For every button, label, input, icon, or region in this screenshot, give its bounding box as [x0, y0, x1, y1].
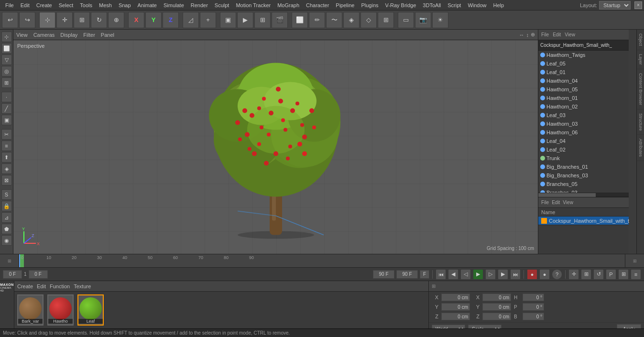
edge-tab-content[interactable]: Content Browser: [637, 69, 644, 109]
menu-animate[interactable]: Animate: [134, 1, 160, 9]
list-item[interactable]: Hawthorn_04: [538, 76, 629, 85]
prev-frame-button[interactable]: ◁: [460, 269, 471, 280]
material-hawthorn[interactable]: Hawtho: [47, 294, 74, 326]
cube-button[interactable]: ⬜: [292, 12, 308, 28]
play-button[interactable]: ▶: [473, 269, 483, 280]
auto-key-button[interactable]: ●: [539, 269, 550, 280]
list-item[interactable]: Big_Branches_03: [538, 171, 629, 180]
select-button[interactable]: ⊹: [39, 12, 55, 28]
snap-tool[interactable]: 🔒: [1, 201, 12, 211]
undo-button[interactable]: ↩: [2, 12, 18, 28]
motion-path-button[interactable]: ⊞: [581, 269, 591, 280]
poly-mode-btn[interactable]: ▣: [1, 115, 12, 125]
record-button[interactable]: ●: [527, 269, 537, 280]
menu-window[interactable]: Window: [464, 1, 490, 9]
viewport-menu-display[interactable]: Display: [60, 32, 77, 38]
coord-z-rot-field[interactable]: [482, 313, 511, 320]
list-item[interactable]: Hawthorn_02: [538, 102, 629, 111]
end-frame-field[interactable]: [373, 270, 394, 279]
close-button[interactable]: ×: [634, 1, 642, 9]
coord-p-field[interactable]: [523, 303, 544, 311]
brush-select-tool[interactable]: ◎: [1, 66, 12, 76]
y-axis-button[interactable]: Y: [145, 12, 162, 28]
add-object-button[interactable]: +: [200, 12, 216, 28]
x-axis-button[interactable]: X: [128, 12, 144, 28]
paint-tool[interactable]: ⬟: [1, 224, 12, 234]
box-select-tool[interactable]: ⬜: [1, 43, 12, 54]
magnet-tool[interactable]: ⊿: [1, 212, 12, 223]
redo-button[interactable]: ↪: [19, 12, 35, 28]
menu-plugins[interactable]: Plugins: [358, 1, 382, 9]
menu-motiontracker[interactable]: Motion Tracker: [232, 1, 274, 9]
phantom-button[interactable]: P: [606, 269, 616, 280]
menu-mesh[interactable]: Mesh: [96, 1, 115, 9]
menu-select[interactable]: Select: [55, 1, 77, 9]
menu-sculpt[interactable]: Sculpt: [211, 1, 233, 9]
coord-h-field[interactable]: [523, 294, 544, 301]
loop-select-tool[interactable]: ⊞: [1, 77, 12, 88]
extrude-tool[interactable]: ⬆: [1, 152, 12, 163]
frame-field-2[interactable]: [29, 270, 48, 279]
go-to-next-keyframe-button[interactable]: ▶: [498, 269, 508, 280]
material-bark[interactable]: Bark_var: [17, 294, 44, 326]
subdivide-tool[interactable]: ⊠: [1, 175, 12, 185]
snap-settings-button[interactable]: ◿: [183, 12, 199, 28]
bevel-tool[interactable]: ◈: [1, 163, 12, 174]
edge-mode-btn[interactable]: ╱: [1, 103, 12, 114]
coord-z-pos-field[interactable]: [441, 313, 470, 320]
list-item[interactable]: Big_Branches_01: [538, 163, 629, 171]
list-item[interactable]: Trunk: [538, 154, 629, 163]
list-item[interactable]: Hawthorn_Twigs: [538, 51, 629, 59]
go-to-start-button[interactable]: ⏮: [436, 269, 446, 280]
live-select-tool[interactable]: ⊹: [1, 32, 12, 42]
coord-y-rot-field[interactable]: [482, 303, 511, 311]
bridge-tool[interactable]: ≡: [1, 141, 12, 151]
viewport-menu-filter[interactable]: Filter: [83, 32, 95, 38]
list-item[interactable]: Leaf_03: [538, 111, 629, 120]
mat-function-btn[interactable]: Function: [50, 283, 70, 289]
deform-button[interactable]: ◇: [360, 12, 377, 28]
edge-tab-object[interactable]: Object: [637, 30, 644, 50]
snap-animate-button[interactable]: ✛: [568, 269, 579, 280]
viewport-fit-icon[interactable]: ↔: [519, 32, 524, 38]
obj-view-btn[interactable]: View: [565, 32, 575, 37]
menu-snap[interactable]: Snap: [115, 1, 134, 9]
spline-button[interactable]: 〜: [326, 12, 342, 28]
current-frame-field[interactable]: [3, 270, 22, 279]
poly-select-tool[interactable]: ▽: [1, 54, 12, 65]
coord-x-rot-field[interactable]: [482, 294, 511, 301]
keyframe-filter-button[interactable]: ⊞: [618, 269, 629, 280]
material-leaf[interactable]: Leaf: [77, 294, 104, 326]
coord-y-pos-field[interactable]: [441, 303, 470, 311]
viewport[interactable]: Perspective: [13, 40, 538, 254]
obj-edit-btn[interactable]: Edit: [553, 32, 561, 37]
coord-b-field[interactable]: [523, 313, 544, 320]
fps-field-2[interactable]: [420, 270, 429, 279]
z-axis-button[interactable]: Z: [163, 12, 179, 28]
attr-view-btn[interactable]: View: [563, 200, 573, 205]
viewport-expand-icon[interactable]: ↕: [526, 32, 529, 38]
list-item[interactable]: Branches_05: [538, 180, 629, 188]
menu-character[interactable]: Character: [303, 1, 332, 9]
render-all-button[interactable]: ⊞: [254, 12, 271, 28]
menu-file[interactable]: File: [2, 1, 17, 9]
knife-tool[interactable]: ✂: [1, 129, 12, 140]
next-frame-button[interactable]: ▷: [485, 269, 496, 280]
list-item[interactable]: Hawthorn_06: [538, 128, 629, 137]
list-item[interactable]: Hawthorn_01: [538, 94, 629, 102]
edge-tab-attributes[interactable]: Attributes: [637, 135, 644, 161]
viewport-menu-cameras[interactable]: Cameras: [33, 32, 55, 38]
transform-button[interactable]: ⊕: [108, 12, 124, 28]
timeline-ruler[interactable]: 0 10 20 30 40 50 60 70 80 90: [19, 254, 625, 267]
fps-field[interactable]: [396, 270, 418, 279]
key-mode-button[interactable]: ?: [552, 269, 562, 280]
mat-texture-btn[interactable]: Texture: [74, 283, 91, 289]
list-item[interactable]: Leaf_02: [538, 145, 629, 154]
light-button[interactable]: ☀: [432, 12, 448, 28]
viewport-fullscreen-icon[interactable]: ⊕: [531, 32, 535, 38]
animate-path-button[interactable]: ↺: [593, 269, 604, 280]
list-item[interactable]: Leaf_05: [538, 59, 629, 68]
layout-dropdown[interactable]: Startup: [599, 1, 631, 10]
mat-edit-btn[interactable]: Edit: [37, 283, 46, 289]
attr-item-selected[interactable]: Cockspur_Hawthorn_Smail_with_t: [538, 217, 629, 225]
